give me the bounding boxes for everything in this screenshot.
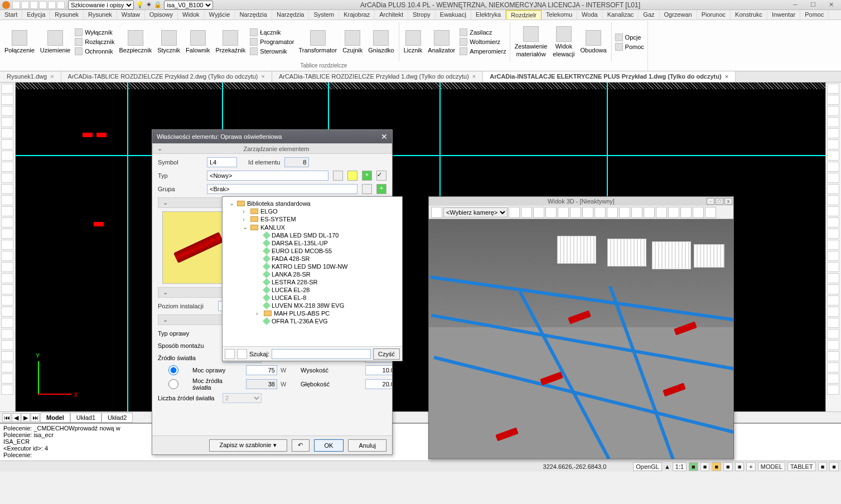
bulb-icon[interactable]: 💡 xyxy=(136,1,144,8)
transformator-button[interactable]: Transformator xyxy=(297,29,338,55)
licznik-button[interactable]: Licznik xyxy=(403,29,424,55)
status-opengl[interactable]: OpenGL xyxy=(633,462,662,471)
sun-icon[interactable]: ☀ xyxy=(146,1,152,8)
przekaznik-button[interactable]: Przekaźnik xyxy=(215,29,247,55)
left-tool-icon[interactable] xyxy=(1,351,13,361)
status-tablet[interactable]: TABLET xyxy=(787,462,816,471)
left-tool-icon[interactable] xyxy=(1,162,13,172)
view3d-titlebar[interactable]: Widok 3D - [Nieaktywny] - □ x xyxy=(429,197,733,206)
view3d-t1-icon[interactable] xyxy=(631,207,642,218)
view3d-t2-icon[interactable] xyxy=(644,207,655,218)
ochronnik-button[interactable]: Ochronnik xyxy=(75,47,114,55)
right-tool-icon[interactable] xyxy=(827,84,839,94)
ribbon-tab[interactable]: Elektryka xyxy=(471,10,506,20)
view3d-zoom-icon[interactable] xyxy=(533,207,544,218)
falownik-button[interactable]: Falownik xyxy=(185,29,211,55)
czujnik-button[interactable]: Czujnik xyxy=(341,29,364,55)
right-tool-icon[interactable] xyxy=(827,229,839,239)
moc-radio[interactable] xyxy=(158,365,189,375)
library-tree[interactable]: ⌄ Biblioteka standardowa› ELGO› ES-SYSTE… xyxy=(223,197,402,346)
ribbon-tab[interactable]: Woda xyxy=(577,10,603,20)
right-tool-icon[interactable] xyxy=(827,162,839,172)
right-tool-icon[interactable] xyxy=(827,139,839,149)
right-tool-icon[interactable] xyxy=(827,374,839,384)
analizator-button[interactable]: Analizator xyxy=(427,29,456,55)
sketch-combo[interactable]: Szkicowanie i opisy xyxy=(68,1,134,9)
status-toggle-7[interactable]: ■ xyxy=(818,462,828,471)
document-tab[interactable]: Rysunek1.dwg× xyxy=(0,71,61,82)
symbol-input[interactable] xyxy=(207,157,237,167)
view3d-save-icon[interactable] xyxy=(656,207,667,218)
right-tool-icon[interactable] xyxy=(827,173,839,183)
tree-collapse-icon[interactable] xyxy=(225,349,235,359)
lib-item[interactable]: LANKA 28-SR xyxy=(225,270,400,278)
widok-elewacji-button[interactable]: Widokelewacji xyxy=(552,25,576,59)
lib-folder[interactable]: ⌄ KANLUX xyxy=(225,223,400,231)
left-tool-icon[interactable] xyxy=(1,273,13,283)
cancel-button[interactable]: Anuluj xyxy=(348,439,386,452)
lib-item[interactable]: KATRO LED SMD 10W-NW xyxy=(225,263,400,270)
lib-item[interactable]: EURO LED MCOB-55 xyxy=(225,247,400,255)
tab-close-icon[interactable]: × xyxy=(50,73,54,80)
section-management[interactable]: ⌄Zarządzanie elementem xyxy=(152,143,392,154)
right-tool-icon[interactable] xyxy=(827,284,839,294)
ribbon-tab[interactable]: Narzędzia xyxy=(235,10,272,20)
ribbon-tab[interactable]: Wyjście xyxy=(205,10,235,20)
right-tool-icon[interactable] xyxy=(827,151,839,161)
ribbon-tab[interactable]: Edycja xyxy=(22,10,50,20)
qat-print-icon[interactable] xyxy=(39,1,47,9)
tab-close-icon[interactable]: × xyxy=(725,73,728,80)
lib-folder[interactable]: › ES-SYSTEM xyxy=(225,215,400,223)
camera-select[interactable]: <Wybierz kamerę> xyxy=(443,207,508,217)
ribbon-tab[interactable]: Telekomu xyxy=(542,10,577,20)
view3d-show-icon[interactable] xyxy=(570,207,581,218)
ribbon-tab[interactable]: Kanalizac xyxy=(603,10,639,20)
left-tool-icon[interactable] xyxy=(1,206,13,216)
right-tool-icon[interactable] xyxy=(827,329,839,339)
wylacznik-button[interactable]: Wyłącznik xyxy=(75,28,114,36)
ribbon-tab[interactable]: Krajobraz xyxy=(339,10,375,20)
library-search-input[interactable] xyxy=(272,349,371,359)
lib-item[interactable]: LESTRA 228-SR xyxy=(225,278,400,286)
right-tool-icon[interactable] xyxy=(827,240,839,250)
right-tool-icon[interactable] xyxy=(827,262,839,272)
ribbon-tab[interactable]: Ogrzewan xyxy=(660,10,697,20)
view3d-t3-icon[interactable] xyxy=(668,207,679,218)
typ-bulb-icon[interactable] xyxy=(347,171,357,181)
left-tool-icon[interactable] xyxy=(1,195,13,205)
right-tool-icon[interactable] xyxy=(827,195,839,205)
clear-button[interactable]: Czyść xyxy=(373,348,400,360)
right-tool-icon[interactable] xyxy=(827,295,839,306)
obudowa-button[interactable]: Obudowa xyxy=(579,29,607,55)
left-tool-icon[interactable] xyxy=(1,340,13,350)
view3d-hide-icon[interactable] xyxy=(558,207,569,218)
right-tool-icon[interactable] xyxy=(827,273,839,283)
ribbon-tab[interactable]: Stropy xyxy=(408,10,436,20)
view3d-fly-icon[interactable] xyxy=(619,207,630,218)
ribbon-tab[interactable]: Opisowy xyxy=(145,10,178,20)
left-tool-icon[interactable] xyxy=(1,128,13,138)
status-toggle-6[interactable]: + xyxy=(746,462,755,471)
maximize-button[interactable]: ☐ xyxy=(805,1,821,9)
ribbon-tab[interactable]: Gaz xyxy=(639,10,659,20)
status-toggle-4[interactable]: ■ xyxy=(723,462,733,471)
right-tool-icon[interactable] xyxy=(827,106,839,116)
left-tool-icon[interactable] xyxy=(1,251,13,261)
wys-input[interactable] xyxy=(365,365,392,375)
view3d-t6-icon[interactable] xyxy=(705,207,716,218)
undo-dialog-button[interactable]: ↶ xyxy=(292,439,310,452)
status-toggle-5[interactable]: ■ xyxy=(735,462,745,471)
qat-new-icon[interactable] xyxy=(12,1,20,9)
qat-open-icon[interactable] xyxy=(21,1,29,9)
right-tool-icon[interactable] xyxy=(827,128,839,138)
status-model[interactable]: MODEL xyxy=(758,462,785,471)
ribbon-tab[interactable]: Wstaw xyxy=(117,10,145,20)
status-ucs-icon[interactable]: ▲ xyxy=(664,463,670,470)
document-tab[interactable]: ArCADia-INSTALACJE ELEKTRYCZNE PLUS Przy… xyxy=(483,71,736,82)
right-tool-icon[interactable] xyxy=(827,307,839,317)
layout-tab-uklad2[interactable]: Układ2 xyxy=(102,413,133,423)
view3d-plane-icon[interactable] xyxy=(607,207,618,218)
view3d-pan-icon[interactable] xyxy=(521,207,532,218)
view3d-home-icon[interactable] xyxy=(431,207,442,218)
lock-icon[interactable]: 🔒 xyxy=(154,1,162,8)
